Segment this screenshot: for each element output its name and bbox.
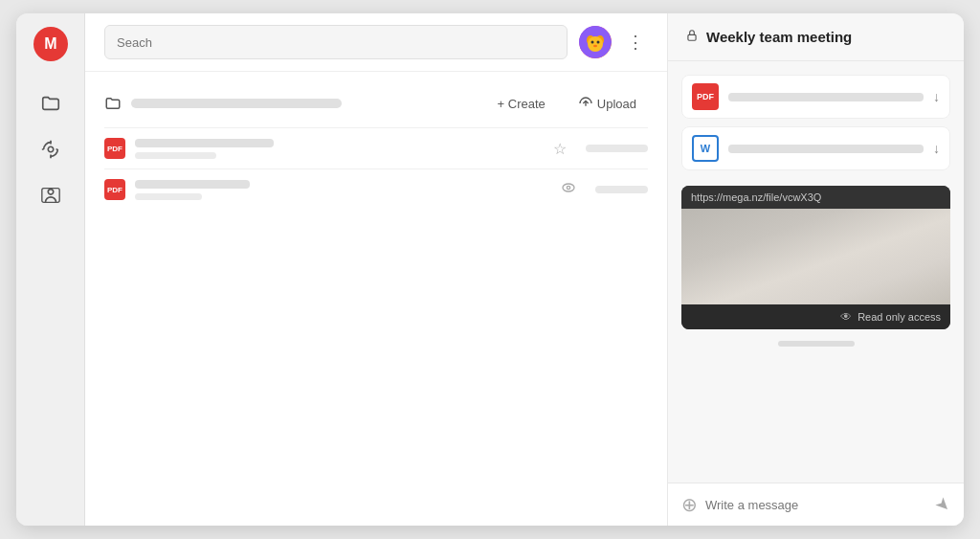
file-name-bar [135,139,274,147]
user-avatar[interactable] [579,26,612,58]
panel-header: Weekly team meeting [668,13,964,61]
topbar: ⋮ [85,13,667,72]
file-size-bar [586,145,648,152]
lock-icon [685,29,699,45]
main-area: ⋮ + Create Uplo [85,13,667,526]
svg-point-7 [591,41,594,44]
eye-icon[interactable] [561,180,576,199]
upload-icon [578,96,593,111]
download-icon[interactable]: ↓ [933,89,940,104]
svg-rect-2 [41,189,58,203]
svg-point-0 [48,146,54,152]
link-footer: 👁 Read only access [681,304,950,329]
file-info [135,180,551,200]
list-item: PDF ↓ [681,75,950,119]
preview-visual [681,209,950,304]
panel-file-name-bar [728,93,924,101]
pdf-file-icon: PDF [104,138,125,159]
right-panel: Weekly team meeting PDF ↓ W ↓ https://me… [667,13,964,526]
visibility-icon [561,180,576,195]
avatar-image [579,26,612,58]
add-message-icon[interactable]: ⊕ [681,493,698,516]
svg-rect-15 [824,247,950,266]
panel-word-icon: W [692,135,719,162]
svg-point-10 [563,184,574,191]
message-bar-container: ⊕ ➤ [668,483,964,526]
mega-logo[interactable]: M [33,27,68,61]
file-header-row: + Create Upload [104,83,648,124]
sidebar-item-sync[interactable] [30,128,72,170]
link-preview-image [681,209,950,304]
link-preview: https://mega.nz/file/vcwX3Q 👁 Read only … [681,186,950,329]
star-icon[interactable]: ☆ [553,140,567,158]
send-icon[interactable]: ➤ [930,492,955,517]
svg-point-11 [567,186,569,189]
pdf-file-icon: PDF [104,179,125,200]
file-size-bar [595,186,648,193]
panel-files: PDF ↓ W ↓ [668,61,964,180]
message-input[interactable] [705,498,928,512]
contacts-icon [40,185,61,206]
file-meta-bar [135,193,202,200]
panel-pdf-icon: PDF [692,83,719,110]
scroll-bar [778,341,855,347]
list-item: W ↓ [681,126,950,170]
svg-rect-17 [681,209,824,266]
file-name-bar [135,180,250,189]
link-url: https://mega.nz/file/vcwX3Q [681,186,950,209]
download-icon[interactable]: ↓ [933,141,940,156]
table-row: PDF ☆ [104,127,648,168]
svg-point-8 [597,41,600,44]
file-meta-bar [135,152,216,159]
read-only-label: Read only access [858,311,941,323]
sidebar: M [16,13,85,526]
svg-rect-16 [853,233,950,247]
panel-file-name-bar [728,145,924,153]
panel-title: Weekly team meeting [706,29,852,45]
file-info [135,139,544,159]
svg-rect-12 [688,34,696,40]
more-options-icon[interactable]: ⋮ [623,28,648,56]
sync-icon [40,139,61,160]
upload-button[interactable]: Upload [567,91,648,116]
svg-rect-13 [681,209,950,304]
svg-rect-14 [681,266,950,304]
scroll-area [668,335,964,352]
search-input[interactable] [104,25,568,59]
current-folder-icon [104,95,122,112]
eye-icon-small: 👁 [840,310,852,324]
sidebar-item-cloud-drive[interactable] [30,82,72,124]
create-button[interactable]: + Create [486,92,557,116]
table-row: PDF [104,168,648,210]
file-list: + Create Upload PDF ☆ [85,72,667,526]
svg-point-9 [593,45,597,47]
sidebar-item-contacts[interactable] [30,174,72,216]
svg-point-1 [48,190,54,195]
svg-rect-18 [681,261,950,266]
svg-point-6 [588,36,603,52]
folder-name-placeholder [131,99,342,108]
folder-icon [40,93,61,114]
message-bar: ⊕ ➤ [668,483,964,526]
